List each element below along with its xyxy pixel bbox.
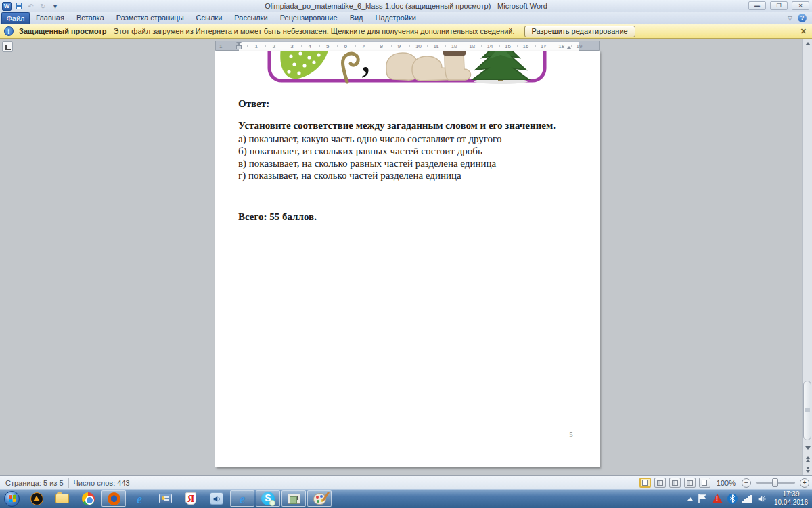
clock[interactable]: 17:39 10.04.2016 (774, 490, 808, 507)
view-web-layout-button[interactable] (669, 478, 681, 488)
next-page-button[interactable] (803, 465, 812, 475)
previous-page-button[interactable] (803, 454, 812, 464)
help-button[interactable]: ? (798, 14, 807, 22)
answer-line: Ответ: _______________ (238, 98, 348, 110)
zoom-out-button[interactable]: − (742, 478, 751, 488)
tab-page-layout[interactable]: Разметка страницы (110, 12, 190, 24)
zoom-in-button[interactable]: + (800, 478, 809, 488)
app-window-icon (288, 494, 300, 504)
internet-explorer-icon: e (137, 492, 142, 505)
tab-home[interactable]: Главная (30, 12, 70, 24)
tab-view[interactable]: Вид (344, 12, 369, 24)
minimize-button[interactable]: ▬ (748, 1, 766, 10)
view-outline-button[interactable] (684, 478, 696, 488)
scroll-thumb[interactable] (803, 381, 811, 440)
internet-explorer-icon: e (240, 492, 245, 505)
start-button[interactable] (4, 491, 20, 507)
firefox-icon (108, 492, 120, 505)
yandex-icon: Я (185, 492, 196, 505)
taskbar-item-yandex[interactable]: Я (179, 490, 203, 507)
comma-glyph: , (361, 51, 371, 80)
tab-references[interactable]: Ссылки (190, 12, 229, 24)
tab-review[interactable]: Рецензирование (274, 12, 344, 24)
answer-label: Ответ: (238, 98, 269, 109)
ruler-number: 7 (362, 43, 365, 49)
info-shield-icon: i (4, 26, 14, 36)
view-fullscreen-reading-button[interactable] (654, 478, 666, 488)
restore-button[interactable]: ❐ (770, 1, 788, 10)
bluetooth-icon[interactable] (727, 494, 738, 504)
page-indicator[interactable]: Страница: 5 из 5 (5, 479, 64, 487)
protected-view-message: Этот файл загружен из Интернета и может … (114, 27, 515, 35)
right-indent-marker[interactable] (566, 46, 572, 49)
option-c: в) показывает, на сколько равных частей … (238, 157, 496, 169)
tab-insert[interactable]: Вставка (70, 12, 110, 24)
taskbar-item-app-window[interactable] (281, 490, 306, 507)
document-page: , Ответ: _______________ (215, 51, 600, 467)
tray-expand-icon[interactable] (687, 497, 693, 501)
tab-stop-selector[interactable] (2, 41, 13, 52)
quick-access-toolbar: W ↶ ↻ ▾ (0, 1, 60, 11)
taskbar-item-aimp[interactable] (24, 490, 49, 507)
ruler-number: 18 (558, 43, 564, 49)
settings-panel-icon (159, 494, 172, 503)
ruler-number: 1 (254, 43, 257, 49)
tab-mailings[interactable]: Рассылки (228, 12, 273, 24)
volume-tray-icon[interactable] (757, 494, 767, 503)
word-logo-icon[interactable]: W (2, 2, 12, 11)
close-button[interactable]: ✕ (792, 1, 809, 10)
horizontal-ruler: 1 12345678910111213141516171819 (215, 41, 600, 51)
scroll-down-button[interactable] (803, 443, 812, 453)
windows-flag-icon (9, 495, 16, 503)
aimp-icon (30, 492, 43, 505)
tray-time: 17:39 (774, 490, 808, 499)
tab-addins[interactable]: Надстройки (369, 12, 422, 24)
taskbar-item-firefox[interactable] (102, 490, 126, 507)
page-number: 5 (564, 430, 578, 438)
view-draft-button[interactable] (699, 478, 710, 488)
zoom-slider-thumb[interactable] (772, 478, 778, 487)
left-indent-marker[interactable] (236, 45, 242, 49)
word-count[interactable]: Число слов: 443 (74, 479, 130, 487)
ruler-number: 8 (380, 43, 382, 49)
action-center-flag-icon[interactable] (698, 494, 707, 503)
qat-customize-button[interactable]: ▾ (50, 1, 60, 11)
print-layout-icon (642, 480, 648, 486)
zoom-slider[interactable] (756, 482, 795, 484)
taskbar-item-explorer[interactable] (50, 490, 74, 507)
taskbar-item-chrome[interactable] (76, 490, 100, 507)
ruler-number: 14 (487, 43, 493, 49)
enable-editing-button[interactable]: Разрешить редактирование (524, 26, 635, 37)
view-print-layout-button[interactable] (639, 478, 651, 488)
total-line: Всего: 55 баллов. (238, 211, 317, 223)
ruler-number: 12 (451, 43, 457, 49)
reading-view-icon (657, 480, 663, 486)
redo-button[interactable]: ↻ (38, 1, 48, 11)
close-bar-icon[interactable]: ✕ (800, 27, 807, 36)
title-bar: W ↶ ↻ ▾ Olimpiada_po_matematike_6_klass-… (0, 0, 812, 12)
undo-button[interactable]: ↶ (26, 1, 36, 11)
taskbar-item-internet-explorer[interactable]: e (127, 490, 152, 507)
zoom-level[interactable]: 100% (717, 479, 736, 487)
undo-icon: ↶ (28, 3, 33, 10)
network-signal-icon[interactable] (742, 495, 752, 503)
warning-icon[interactable] (712, 494, 723, 503)
taskbar-item-paint[interactable] (307, 490, 332, 507)
taskbar-item-display-settings[interactable] (153, 490, 177, 507)
save-button[interactable] (14, 1, 24, 11)
ruler-number: 5 (326, 43, 329, 49)
taskbar-item-skype[interactable]: S (256, 490, 280, 507)
protected-view-label: Защищенный просмотр (19, 27, 107, 35)
ruler-number: 19 (577, 43, 583, 49)
vertical-scrollbar[interactable] (802, 39, 812, 475)
expand-ribbon-icon[interactable]: ▽ (788, 15, 792, 22)
ruler-number: 3 (290, 43, 293, 49)
taskbar-item-volume[interactable] (204, 490, 229, 507)
rebus-picture: , (267, 51, 547, 85)
chrome-icon (82, 492, 95, 505)
ruler-number: 17 (541, 43, 547, 49)
tab-file[interactable]: Файл (1, 12, 30, 24)
taskbar-item-internet-explorer-2[interactable]: e (230, 490, 254, 507)
scroll-up-button[interactable] (803, 39, 812, 49)
document-workspace: 1 12345678910111213141516171819 (0, 39, 812, 475)
